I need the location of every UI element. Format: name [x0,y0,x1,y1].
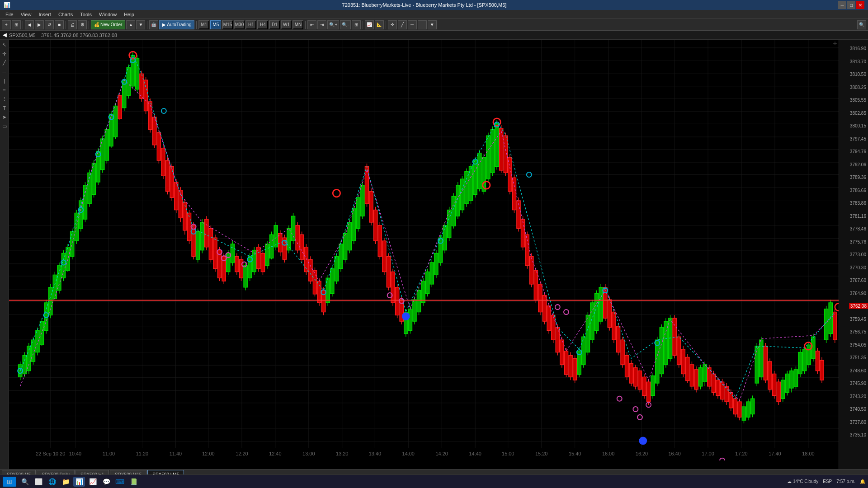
period-sep-button[interactable]: | [418,20,427,29]
svg-rect-203 [335,256,338,281]
taskbar-edge[interactable]: 🌐 [46,477,58,487]
crosshair-button[interactable]: ✛ [388,20,397,29]
maximize-button[interactable]: □ [847,1,855,9]
taskbar-notification[interactable]: 🔔 [860,479,865,484]
svg-rect-419 [803,349,807,371]
price-3756: 3756.75 [850,329,866,334]
tf-h1[interactable]: H1 [245,20,256,29]
svg-rect-389 [738,402,741,417]
taskbar-time: 7:57 p.m. [836,479,855,484]
svg-text:14:20: 14:20 [436,451,448,456]
hline-tool[interactable]: ─ [0,68,9,76]
forward-button[interactable]: ▶ [35,20,44,29]
search-toolbar-button[interactable]: 🔍 [857,20,866,29]
tf-m5[interactable]: M5 [210,20,221,29]
grid-button[interactable]: ⊞ [352,20,361,29]
svg-rect-245 [426,272,429,294]
zoom-out-button[interactable]: 🔍- [340,20,350,29]
toolbar-sep2 [66,21,66,29]
vline-tool[interactable]: | [0,77,9,85]
fib-tool[interactable]: ⋮ [0,95,9,103]
svg-text:18:00: 18:00 [802,451,814,456]
tf-m1[interactable]: M1 [198,20,209,29]
svg-rect-325 [599,287,603,321]
menu-file[interactable]: File [2,11,17,18]
taskbar-vscode[interactable]: ⌨ [114,477,126,487]
refresh-button[interactable]: ↺ [45,20,54,29]
menu-tools[interactable]: Tools [76,11,95,18]
objects-button[interactable]: 📐 [375,20,384,29]
svg-rect-175 [274,225,278,247]
tf-w1[interactable]: W1 [281,20,292,29]
hline-button[interactable]: ─ [408,20,417,29]
arrow-tool[interactable]: ➤ [0,113,9,121]
svg-rect-303 [552,315,555,340]
line-tool[interactable]: ╱ [0,59,9,67]
close-button[interactable]: ✕ [856,1,864,9]
taskbar-excel[interactable]: 📗 [127,477,139,487]
svg-rect-183 [291,216,295,241]
tf-m30[interactable]: M30 [234,20,245,29]
svg-text:17:40: 17:40 [769,451,781,456]
price-3759: 3759.45 [850,316,866,321]
menu-view[interactable]: View [17,11,35,18]
svg-rect-403 [768,361,772,389]
taskbar-taskview[interactable]: ⬜ [33,477,44,487]
templates-button[interactable]: ⊞ [12,20,21,29]
taskbar-search[interactable]: 🔍 [19,477,31,487]
chart-shift-button[interactable]: ⇤ [307,20,316,29]
sell-button[interactable]: ▼ [136,20,145,29]
text-tool[interactable]: T [0,104,9,112]
tools-dropdown[interactable]: ▼ [428,20,437,29]
drawing-toolbar: ↖ ✛ ╱ ─ | ≡ ⋮ T ➤ ▭ [0,40,9,469]
tf-m15[interactable]: M15 [222,20,233,29]
svg-text:14:00: 14:00 [402,451,415,456]
prop-button[interactable]: ⚙ [78,20,87,29]
taskbar-whatsapp[interactable]: 💬 [100,477,112,487]
svg-rect-135 [187,213,191,241]
back-button[interactable]: ◀ [25,20,34,29]
new-order-button[interactable]: 💰 New Order [91,20,125,29]
tf-h4[interactable]: H4 [257,20,268,29]
start-button[interactable]: ⊞ [3,477,16,487]
autotrading-button[interactable]: ▶ AutoTrading [159,20,194,29]
buy-button[interactable]: ▲ [126,20,135,29]
taskbar-mt4[interactable]: 📊 [73,477,85,487]
indicators-button[interactable]: 📈 [365,20,374,29]
price-3800: 3800.15 [850,123,866,128]
tf-mn[interactable]: MN [292,20,303,29]
symbol-text: SPX500,M5 3761.45 3762.08 3760.83 3762.0… [9,33,117,38]
experts-button[interactable]: 🤖 [149,20,158,29]
zoom-in-button[interactable]: 🔍+ [327,20,339,29]
stop-button[interactable]: ■ [55,20,64,29]
svg-rect-345 [642,377,646,395]
taskbar-explorer[interactable]: 📁 [60,477,71,487]
channel-tool[interactable]: ≡ [0,86,9,94]
minimize-button[interactable]: ─ [838,1,846,9]
line-button[interactable]: ╱ [398,20,407,29]
svg-rect-125 [165,160,169,191]
svg-rect-333 [616,326,620,352]
svg-rect-75 [57,266,61,291]
menu-window[interactable]: Window [95,11,120,18]
chart-area[interactable]: 22 Sep 10:20 10:40 11:00 11:20 11:40 12:… [9,40,839,469]
menu-insert[interactable]: Insert [35,11,55,18]
crosshair-tool[interactable]: ✛ [0,50,9,58]
taskbar-tradingview[interactable]: 📈 [87,477,99,487]
menu-charts[interactable]: Charts [55,11,76,18]
rectangle-tool[interactable]: ▭ [0,122,9,130]
cursor-tool[interactable]: ↖ [0,41,9,49]
autoscroll-button[interactable]: ⇥ [317,20,326,29]
svg-rect-115 [144,80,148,111]
svg-rect-221 [374,210,377,241]
new-chart-button[interactable]: + [2,20,11,29]
svg-rect-65 [36,331,39,352]
print-button[interactable]: 🖨 [68,20,77,29]
svg-rect-87 [83,185,87,219]
tf-d1[interactable]: D1 [269,20,280,29]
svg-rect-373 [703,365,707,382]
svg-rect-77 [61,253,65,278]
corner-indicator [832,41,838,47]
svg-rect-229 [391,272,395,303]
menu-help[interactable]: Help [120,11,138,18]
